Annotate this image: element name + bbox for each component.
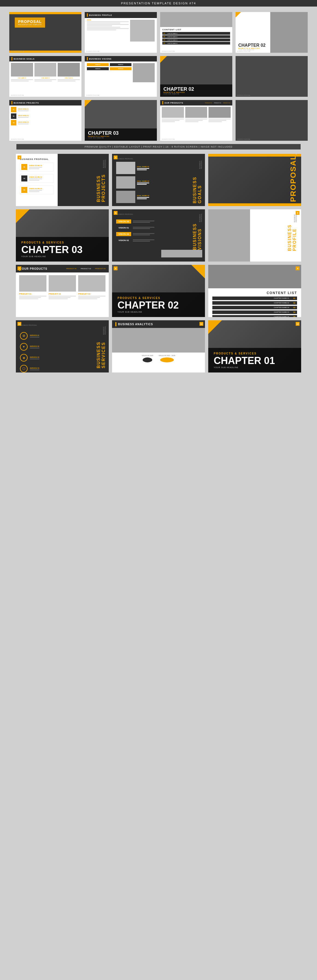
lg-slide-goals[interactable]: BUSINESS PROPOSAL GOAL NAME 01 bbox=[112, 154, 205, 206]
ch03-desc: YOUR SUB HEADLINE bbox=[21, 256, 103, 258]
cl-item-3: CHAPTER NAME 03 03 bbox=[212, 306, 297, 309]
analytics-chart: SALES IN 2020 SALES IN 2021 - 2025 bbox=[112, 353, 205, 366]
ch01-sub: PRODUCTS & SERVICES bbox=[214, 352, 296, 355]
slide-chapter02-sm[interactable]: CHAPTER 02 PRODUCTS & SERVICES YOUR SUB … bbox=[236, 12, 308, 53]
accent bbox=[87, 20, 91, 20]
lg-slide-chapter03[interactable]: PRODUCTS & SERVICES CHAPTER 03 YOUR SUB … bbox=[16, 209, 109, 261]
lg-profile-title: BUSINESS PROFILE bbox=[287, 224, 297, 251]
product-header-labels: PRODUCT 01 PRODUCT 02 PRODUCT 03 bbox=[66, 268, 105, 269]
ch02-desc: YOUR SUB HEADLINE bbox=[118, 311, 199, 313]
slide-profile-sm[interactable]: BUSINESS PROFILE bbox=[85, 12, 157, 53]
slide-dark-sm[interactable]: BUSINESS PROPOSAL bbox=[236, 56, 308, 97]
lg-slide-analytics[interactable]: BUSINESS ANALYTICS SALES IN 2020 SALES I… bbox=[112, 320, 205, 372]
ch03-overlay: PRODUCTS & SERVICES CHAPTER 03 YOUR SUB … bbox=[16, 237, 109, 261]
cl-item-4: 04 CHAPTER NAME 04 bbox=[162, 42, 230, 45]
num-badge: 7 bbox=[18, 266, 21, 270]
lg-slide-services[interactable]: BUSINESS PROPOSAL ⚙ SERVICE 01 ✦ SERVICE… bbox=[16, 320, 109, 372]
slide-footer: BUSINESS PROPOSAL bbox=[11, 95, 24, 96]
ch02-overlay: PRODUCTS & SERVICES CHAPTER 02 YOUR SUB … bbox=[112, 293, 205, 317]
lg-proj-item-2: 02 VISION NAME 02 bbox=[20, 174, 54, 183]
num-badge: 9 bbox=[296, 266, 299, 270]
lg-slide-visions[interactable]: BUSINESS PROPOSAL VISION 03 VISION 01 bbox=[112, 209, 205, 261]
large-slide-row-1: BUSINESS PROPOSAL 01 VISION NAME 01 bbox=[8, 154, 309, 206]
lg-projects-left: BUSINESS PROPOSAL 01 VISION NAME 01 bbox=[16, 154, 58, 206]
slide-dark2-sm[interactable]: BUSINESS PROPOSAL bbox=[236, 100, 308, 141]
slide-footer: BUSINESS PROPOSAL bbox=[11, 51, 24, 52]
lg-services-right: BUSINESS PROPOSAL BUSINESS SERVICES bbox=[62, 320, 109, 372]
ch01-num: CHAPTER 01 bbox=[214, 355, 296, 366]
slide-chapter02b-sm[interactable]: CHAPTER 02 PRODUCTS & SERVICES YOUR SUB … bbox=[160, 56, 232, 97]
lg-goals-left: BUSINESS PROPOSAL GOAL NAME 01 bbox=[112, 154, 158, 206]
lg-proj-items: 01 VISION NAME 01 02 VISION NAME 02 bbox=[20, 162, 54, 194]
products-content bbox=[160, 105, 232, 124]
chapter-overlay: CHAPTER 02 PRODUCTS & SERVICES YOUR SUB … bbox=[160, 84, 232, 97]
content-list-area: CONTENT LIST 01 CHAPTER NAME 01 02 CHAPT… bbox=[160, 27, 232, 46]
ch01-overlay: PRODUCTS & SERVICES CHAPTER 01 YOUR SUB … bbox=[208, 348, 301, 372]
chart-group-1: SALES IN 2020 bbox=[142, 355, 153, 363]
lg-vision-row4: VISION 02 bbox=[116, 238, 155, 242]
slide-footer: BUSINESS PROPOSAL bbox=[162, 51, 175, 52]
top-banner: PRESENTATION TEMPLATE DESIGN #74 bbox=[0, 0, 317, 6]
slide-row-3: BUSINESS PROJECTS 01 VISION NAME 01 02 V… bbox=[8, 100, 309, 141]
lg-proj-header: BUSINESS PROPOSAL bbox=[20, 158, 54, 161]
profile-text-col bbox=[87, 20, 129, 41]
slide-content-list-sm[interactable]: CONTENT LIST 01 CHAPTER NAME 01 02 CHAPT… bbox=[160, 12, 232, 53]
chapter-desc: YOUR SUB HEADLINE bbox=[163, 93, 229, 95]
ch03-desc: YOUR SUB HEADLINE bbox=[88, 137, 154, 138]
lg-visions-right: BUSINESS PROPOSAL BUSINESS VISIONS bbox=[158, 209, 205, 261]
yellow-corner bbox=[160, 56, 167, 63]
lg-slide-chapter02[interactable]: PRODUCTS & SERVICES CHAPTER 02 YOUR SUB … bbox=[112, 265, 205, 317]
separator-bar: PREMIUM QUALITY | EDITABLE LAYOUT | PRIN… bbox=[16, 144, 301, 150]
lg-slide-products[interactable]: OUR PRODUCTS PRODUCT 01 PRODUCT 02 PRODU… bbox=[16, 265, 109, 317]
lg-slide-projects[interactable]: BUSINESS PROPOSAL 01 VISION NAME 01 bbox=[16, 154, 109, 206]
slide-footer: BUSINESS PROPOSAL bbox=[237, 95, 250, 96]
slide-chapter03-sm[interactable]: CHAPTER 03 PRODUCTS & SERVICES YOUR SUB … bbox=[85, 100, 157, 141]
lg-slide-proposal[interactable]: PRESENTATION TEMPLATE PROPOSAL bbox=[208, 154, 301, 206]
separator-text: PREMIUM QUALITY | EDITABLE LAYOUT | PRIN… bbox=[84, 145, 233, 148]
cl-item-3: 03 CHAPTER NAME 03 bbox=[162, 38, 230, 41]
projects-title: BUSINESS PROJECTS bbox=[14, 102, 39, 104]
lg-goal-1: GOAL NAME 01 bbox=[116, 162, 155, 174]
cl-item-2: CHAPTER NAME 02 02 bbox=[212, 301, 297, 305]
goals-title: BUSINESS GOALS bbox=[14, 58, 35, 60]
lg-slide-profile[interactable]: BUSINESS PROPOSAL BUSINESS PROFILE 6 bbox=[208, 209, 301, 261]
product-labels: PRODUCT 01 PRODUCT 02 PRODUCT 03 bbox=[205, 102, 230, 103]
num-badge: 5 bbox=[114, 211, 118, 215]
products-title: OUR PRODUCTS bbox=[164, 102, 183, 104]
service-4: ⬡ SERVICE 04 bbox=[20, 365, 58, 372]
slide-projects-sm[interactable]: BUSINESS PROJECTS 01 VISION NAME 01 02 V… bbox=[9, 100, 81, 141]
lg-goal-2: GOAL NAME 02 bbox=[116, 176, 155, 189]
slide-footer: BUSINESS PROPOSAL bbox=[237, 138, 250, 140]
dark2-bg bbox=[236, 100, 308, 141]
accent bbox=[11, 57, 12, 60]
num-badge: 6 bbox=[296, 211, 299, 215]
accent bbox=[11, 101, 12, 104]
ch01-desc: YOUR SUB HEADLINE bbox=[214, 366, 296, 368]
slide-footer: BUSINESS PROPOSAL bbox=[86, 51, 99, 52]
cl-item-1: 01 CHAPTER NAME 01 bbox=[162, 32, 230, 35]
proposal-text: PRESENTATION TEMPLATE PROPOSAL bbox=[289, 154, 297, 202]
chapter03-overlay: CHAPTER 03 PRODUCTS & SERVICES YOUR SUB … bbox=[85, 129, 157, 141]
yellow-corner bbox=[85, 100, 92, 107]
service-2: ✦ SERVICE 02 bbox=[20, 343, 58, 351]
slide-visions-sm[interactable]: BUSINESS VISIONS VISION 01 VISION 02 VIS… bbox=[85, 56, 157, 97]
num-badge: 10 bbox=[18, 322, 21, 326]
prod-3 bbox=[209, 107, 231, 122]
cl-bottom: CONTENT LIST CHAPTER NAME 01 01 CHAPTER … bbox=[208, 288, 301, 317]
slide-goals-sm[interactable]: BUSINESS GOALS GOAL NAME 01 GOAL NAME 02 bbox=[9, 56, 81, 97]
ch03-title: CHAPTER 03 bbox=[88, 130, 154, 135]
slide-proposal-sm[interactable]: PROPOSAL PRESENTATION TEMPLATE BUSINESS … bbox=[9, 12, 81, 53]
yellow-corner bbox=[236, 12, 241, 18]
slide-footer: BUSINESS PROPOSAL bbox=[237, 51, 250, 52]
ch02-num: CHAPTER 02 bbox=[118, 299, 199, 311]
accent bbox=[115, 322, 116, 326]
lg-slide-content-list[interactable]: CONTENT LIST CHAPTER NAME 01 01 CHAPTER … bbox=[208, 265, 301, 317]
ch01-yellow-corner bbox=[208, 320, 222, 334]
cl-item-4: CHAPTER NAME 04 04 bbox=[212, 310, 297, 314]
lg-slide-chapter01[interactable]: PRODUCTS & SERVICES CHAPTER 01 YOUR SUB … bbox=[208, 320, 301, 372]
slide-products-sm[interactable]: OUR PRODUCTS PRODUCT 01 PRODUCT 02 PRODU… bbox=[160, 100, 232, 141]
cl-top-img bbox=[208, 265, 301, 291]
goal-1: GOAL NAME 01 bbox=[11, 63, 33, 81]
lg-services-title: BUSINESS SERVICES bbox=[96, 336, 106, 368]
lg-proposal-title: PROPOSAL bbox=[289, 155, 297, 202]
